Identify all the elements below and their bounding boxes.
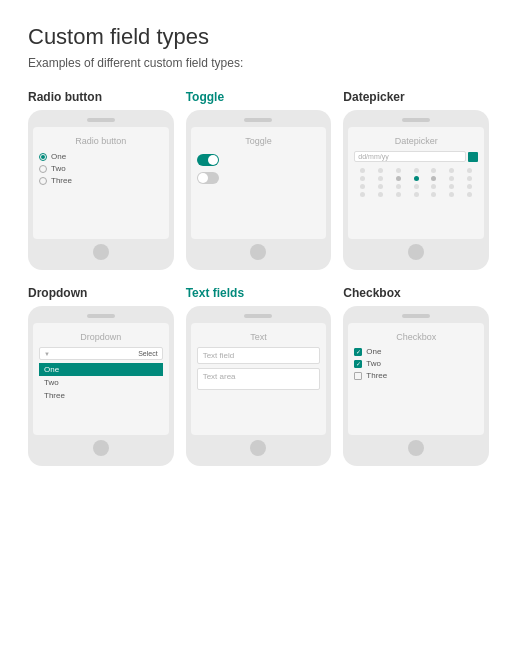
tf-title: Text xyxy=(197,332,321,342)
dd-select-control[interactable]: ▼ Select xyxy=(39,347,163,360)
dd-option-one[interactable]: One xyxy=(39,363,163,376)
toggle-row-1 xyxy=(197,154,321,166)
cb-label-one: One xyxy=(366,347,381,356)
phone-speaker-dd xyxy=(87,314,115,318)
phone-speaker-dp xyxy=(402,118,430,122)
cb-option-one: One xyxy=(354,347,478,356)
rb-label-one: One xyxy=(51,152,66,161)
cell-dropdown: Dropdown Dropdown ▼ Select One Two Three xyxy=(28,286,174,466)
cell-toggle: Toggle Toggle xyxy=(186,90,332,270)
label-checkbox: Checkbox xyxy=(343,286,489,300)
phone-text-fields: Text Text field Text area xyxy=(186,306,332,466)
dp-dot xyxy=(449,184,454,189)
dp-dot xyxy=(378,168,383,173)
rb-label-three: Three xyxy=(51,176,72,185)
page-subtitle: Examples of different custom field types… xyxy=(28,56,489,70)
phone-home-button-dd xyxy=(93,440,109,456)
dp-dot xyxy=(414,168,419,173)
label-dropdown: Dropdown xyxy=(28,286,174,300)
label-text-fields: Text fields xyxy=(186,286,332,300)
dp-dot xyxy=(360,184,365,189)
chevron-down-icon: ▼ xyxy=(44,351,50,357)
screen-text-fields: Text Text field Text area xyxy=(191,323,327,435)
dp-dot xyxy=(414,184,419,189)
phone-toggle: Toggle xyxy=(186,110,332,270)
toggle-row-2 xyxy=(197,172,321,184)
dp-input-field[interactable]: dd/mm/yy xyxy=(354,151,466,162)
tf-field-area[interactable]: Text area xyxy=(197,368,321,390)
phone-home-button-dp xyxy=(408,244,424,260)
cb-box-two[interactable] xyxy=(354,360,362,368)
dp-dot xyxy=(396,168,401,173)
dd-title: Dropdown xyxy=(39,332,163,342)
rb-circle-three xyxy=(39,177,47,185)
label-radio-button: Radio button xyxy=(28,90,174,104)
phone-home-button-toggle xyxy=(250,244,266,260)
dp-dot xyxy=(414,192,419,197)
screen-dropdown: Dropdown ▼ Select One Two Three xyxy=(33,323,169,435)
cb-title: Checkbox xyxy=(354,332,478,342)
rb-option-one: One xyxy=(39,152,163,161)
cb-box-one[interactable] xyxy=(354,348,362,356)
phone-speaker xyxy=(87,118,115,122)
page-title: Custom field types xyxy=(28,24,489,50)
cb-box-three[interactable] xyxy=(354,372,362,380)
rb-title: Radio button xyxy=(39,136,163,146)
dp-dot xyxy=(360,192,365,197)
dp-dot xyxy=(360,176,365,181)
cell-datepicker: Datepicker Datepicker dd/mm/yy xyxy=(343,90,489,270)
cb-label-three: Three xyxy=(366,371,387,380)
toggle-knob-on xyxy=(208,155,218,165)
dp-calendar-grid xyxy=(354,167,478,198)
dp-dot xyxy=(431,184,436,189)
label-toggle: Toggle xyxy=(186,90,332,104)
toggle-switch-on[interactable] xyxy=(197,154,219,166)
dp-dot xyxy=(467,168,472,173)
cell-radio-button: Radio button Radio button One Two Three xyxy=(28,90,174,270)
cell-checkbox: Checkbox Checkbox One Two Three xyxy=(343,286,489,466)
screen-checkbox: Checkbox One Two Three xyxy=(348,323,484,435)
dp-title: Datepicker xyxy=(354,136,478,146)
phone-home-button-tf xyxy=(250,440,266,456)
toggle-knob-off xyxy=(198,173,208,183)
cb-option-three: Three xyxy=(354,371,478,380)
dp-dot xyxy=(378,176,383,181)
dp-dot xyxy=(431,176,436,181)
phone-dropdown: Dropdown ▼ Select One Two Three xyxy=(28,306,174,466)
phone-home-button xyxy=(93,244,109,260)
toggle-switch-off[interactable] xyxy=(197,172,219,184)
dp-input-row: dd/mm/yy xyxy=(354,151,478,162)
dd-option-two[interactable]: Two xyxy=(39,376,163,389)
screen-radio-button: Radio button One Two Three xyxy=(33,127,169,239)
dp-dot xyxy=(431,168,436,173)
tf-field-text[interactable]: Text field xyxy=(197,347,321,364)
dp-dot xyxy=(396,176,401,181)
rb-circle-two xyxy=(39,165,47,173)
phone-speaker-toggle xyxy=(244,118,272,122)
phone-home-button-cb xyxy=(408,440,424,456)
dp-dot xyxy=(378,184,383,189)
screen-datepicker: Datepicker dd/mm/yy xyxy=(348,127,484,239)
screen-toggle: Toggle xyxy=(191,127,327,239)
cb-option-two: Two xyxy=(354,359,478,368)
dp-dot xyxy=(449,176,454,181)
phone-datepicker: Datepicker dd/mm/yy xyxy=(343,110,489,270)
rb-circle-one xyxy=(39,153,47,161)
dp-dot-highlight xyxy=(414,176,419,181)
dp-dot xyxy=(467,176,472,181)
dd-select-label: Select xyxy=(138,350,157,357)
rb-option-two: Two xyxy=(39,164,163,173)
dp-dot xyxy=(467,184,472,189)
grid-container: Radio button Radio button One Two Three xyxy=(28,90,489,466)
dp-dot xyxy=(360,168,365,173)
dp-dot xyxy=(467,192,472,197)
dp-dot xyxy=(431,192,436,197)
rb-option-three: Three xyxy=(39,176,163,185)
calendar-icon[interactable] xyxy=(468,152,478,162)
dp-dot xyxy=(449,168,454,173)
dp-dot xyxy=(396,184,401,189)
dd-option-three[interactable]: Three xyxy=(39,389,163,402)
rb-label-two: Two xyxy=(51,164,66,173)
dp-dot xyxy=(449,192,454,197)
phone-checkbox: Checkbox One Two Three xyxy=(343,306,489,466)
